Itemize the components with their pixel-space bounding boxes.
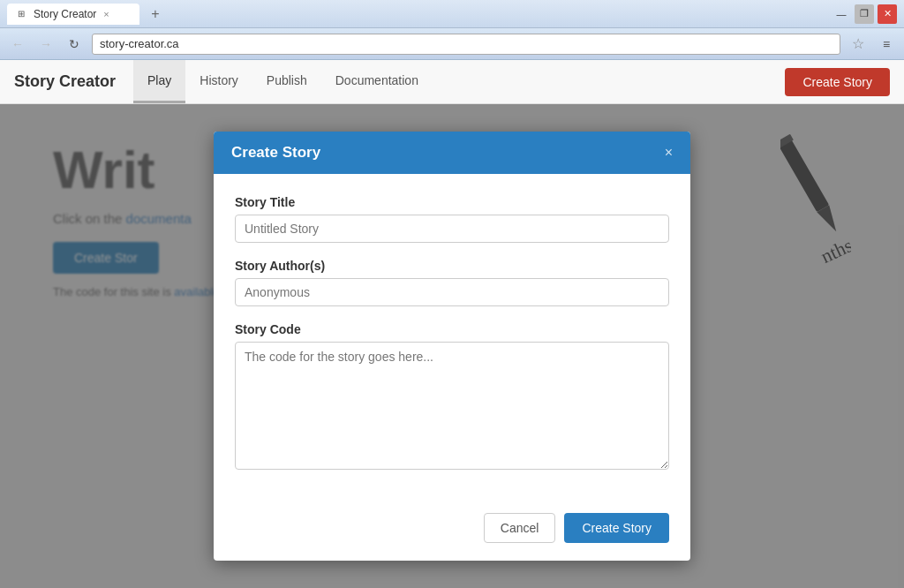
nav-item-documentation-label: Documentation: [335, 73, 418, 87]
window-maximize-button[interactable]: ❐: [855, 4, 874, 24]
modal-header: Create Story ×: [214, 132, 690, 174]
back-button[interactable]: ←: [7, 34, 28, 55]
story-title-label: Story Title: [235, 195, 669, 209]
tab-close-button[interactable]: ×: [103, 9, 109, 19]
window-controls: — ❐ ✕: [832, 4, 897, 24]
window-minimize-button[interactable]: —: [832, 4, 851, 24]
browser-titlebar: ⊞ Story Creator × + — ❐ ✕: [0, 0, 904, 28]
tab-icon: ⊞: [14, 7, 28, 21]
address-text: story-creator.ca: [100, 37, 179, 50]
modal-footer: Cancel Create Story: [214, 502, 690, 561]
app-brand: Story Creator: [14, 60, 133, 103]
story-code-textarea[interactable]: [235, 342, 669, 470]
bookmark-star-icon[interactable]: ☆: [848, 34, 869, 55]
story-title-input[interactable]: [235, 215, 669, 243]
app-navbar: Story Creator Play History Publish Docum…: [0, 60, 904, 104]
story-code-label: Story Code: [235, 322, 669, 336]
modal-title: Create Story: [231, 144, 320, 162]
cancel-button[interactable]: Cancel: [484, 513, 556, 543]
nav-item-history-label: History: [200, 73, 238, 87]
browser-menu-icon[interactable]: ≡: [876, 34, 897, 55]
create-story-modal: Create Story × Story Title Story Author(…: [214, 132, 690, 561]
nav-item-history[interactable]: History: [185, 60, 252, 103]
forward-button[interactable]: →: [35, 34, 56, 55]
nav-item-documentation[interactable]: Documentation: [321, 60, 433, 103]
modal-body: Story Title Story Author(s) Story Code: [214, 174, 690, 502]
address-bar-row: ← → ↻ story-creator.ca ☆ ≡: [0, 28, 904, 60]
story-authors-group: Story Author(s): [235, 259, 669, 306]
new-tab-button[interactable]: +: [143, 4, 168, 25]
nav-item-publish[interactable]: Publish: [252, 60, 321, 103]
refresh-button[interactable]: ↻: [64, 34, 85, 55]
nav-item-play-label: Play: [147, 73, 171, 87]
modal-close-button[interactable]: ×: [665, 145, 673, 161]
create-story-nav-button[interactable]: Create Story: [785, 68, 890, 96]
window-close-button[interactable]: ✕: [878, 4, 897, 24]
modal-overlay: Create Story × Story Title Story Author(…: [0, 104, 904, 588]
story-code-group: Story Code: [235, 322, 669, 472]
browser-tab[interactable]: ⊞ Story Creator ×: [7, 4, 139, 25]
tab-title: Story Creator: [34, 8, 96, 20]
create-story-button[interactable]: Create Story: [564, 513, 669, 543]
nav-item-play[interactable]: Play: [133, 60, 185, 103]
address-input[interactable]: story-creator.ca: [92, 34, 840, 55]
story-authors-input[interactable]: [235, 278, 669, 306]
main-content: Writ Click on the documenta Create Stor …: [0, 104, 904, 588]
story-authors-label: Story Author(s): [235, 259, 669, 273]
nav-item-publish-label: Publish: [267, 73, 307, 87]
story-title-group: Story Title: [235, 195, 669, 243]
